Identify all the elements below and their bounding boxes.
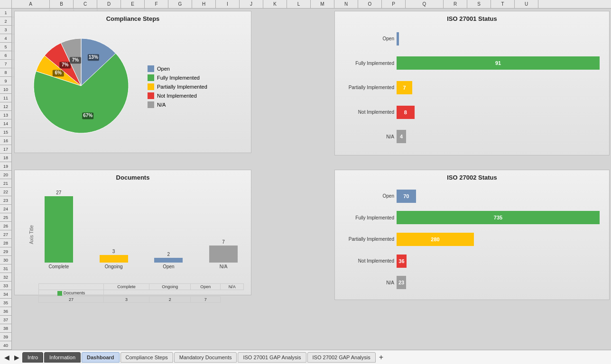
hbar-row-partially-implemented: Partially Implemented280 [397,233,600,246]
legend-color-box [148,65,154,72]
vbar-bar [45,196,73,263]
vbar-value: 7 [222,239,225,245]
col-header-S: S [467,0,491,8]
bar-chart-container: Axis Title 27Complete3Ongoing2Open7N/A C… [15,183,251,291]
row-num-27: 27 [0,230,11,239]
vbar-x-label: Open [163,264,174,269]
doc-legend-value-open: 2 [149,296,191,302]
hbar-bar: 7 [397,81,412,94]
col-header-N: N [334,0,358,8]
row-num-35: 35 [0,299,11,307]
hbar-value: 8 [404,109,407,115]
row-num-3: 3 [0,26,11,34]
row-num-16: 16 [0,136,11,145]
hbar-value: 91 [495,60,501,66]
hbar-bar: 36 [397,255,407,268]
row-num-10: 10 [0,85,11,94]
row-num-25: 25 [0,213,11,222]
row-num-18: 18 [0,154,11,162]
col-header-C: C [74,0,97,8]
charts-area: Compliance Steps 13%67%6%7%7% OpenFully … [12,9,611,350]
row-num-34: 34 [0,290,11,299]
hbar-label: Fully Implemented [335,61,394,66]
hbar-bar: 70 [397,190,416,203]
column-headers: ABCDEFGHIJKLMNOPQRSTU [0,0,611,9]
vbar-bar [100,255,128,263]
col-header-M: M [311,0,334,8]
vbar-value: 2 [167,252,170,257]
tab-iso-27001-gap-analysis[interactable]: ISO 27001 GAP Analysis [238,352,306,363]
pie-label-7: 7% [62,62,69,67]
col-header-U: U [515,0,538,8]
hbar-row-n/a: N/A4 [397,130,600,143]
col-header-G: G [168,0,192,8]
hbar-row-fully-implemented: Fully Implemented735 [397,211,600,224]
axis-title-y: Axis Title [29,225,34,244]
hbar-bar: 280 [397,233,474,246]
legend-color-box [148,74,154,81]
col-header-I: I [216,0,240,8]
doc-legend-table: CompleteOngoingOpenN/ADocuments27327 [38,283,244,303]
hbar-value: 4 [400,134,403,139]
vbar-group-ongoing: 3Ongoing [93,249,134,269]
add-tab-btn[interactable]: + [377,352,386,363]
legend-item-partially-implemented: Partially Implemented [148,83,207,90]
hbar-bar: 91 [397,56,600,70]
col-header-J: J [240,0,263,8]
row-numbers: 1234567891011121314151617181920212223242… [0,9,12,350]
hbar-value: 70 [403,193,409,199]
documents-title: Documents [15,170,251,183]
tab-compliance-steps[interactable]: Compliance Steps [120,352,173,363]
col-header-H: H [192,0,216,8]
tab-information[interactable]: Information [44,352,81,363]
hbar-label: N/A [335,134,394,139]
doc-legend-header-open: Open [191,284,221,290]
row-num-4: 4 [0,34,11,43]
col-header-Q: Q [406,0,444,8]
tabs-bar: ◀ ▶ IntroInformationDashboardCompliance … [0,350,611,364]
pie-svg-wrap: 13%67%6%7%7% [24,29,138,145]
doc-legend-value-n/a: 7 [191,296,221,302]
pie-legend: OpenFully ImplementedPartially Implement… [148,65,207,108]
row-num-17: 17 [0,145,11,154]
grid-area: 1234567891011121314151617181920212223242… [0,9,611,350]
compliance-steps-title: Compliance Steps [15,11,251,24]
hbar-bar: 23 [397,276,406,289]
tab-intro[interactable]: Intro [22,352,43,363]
hbar-label: Fully Implemented [335,215,394,220]
hbar-value: 735 [494,215,502,220]
hbar-value: 23 [398,280,404,285]
legend-color-box [148,101,154,108]
hbar-value: 280 [431,237,439,242]
iso27002-title: ISO 27002 Status [335,170,609,183]
legend-item-not-implemented: Not Implemented [148,92,207,99]
col-header-T: T [491,0,515,8]
hbar-bar [397,32,399,46]
tab-dashboard[interactable]: Dashboard [82,352,119,363]
legend-item-fully-implemented: Fully Implemented [148,74,207,81]
row-num-31: 31 [0,264,11,273]
col-header-E: E [121,0,145,8]
row-num-37: 37 [0,316,11,324]
hbar-label: Partially Implemented [335,85,394,90]
nav-prev-btn[interactable]: ◀ [2,352,11,363]
row-num-1: 1 [0,9,11,17]
col-header-O: O [358,0,382,8]
doc-legend-header-ongoing: Ongoing [149,284,191,290]
hbar-bar: 8 [397,106,415,119]
tab-mandatory-documents[interactable]: Mandatory Documents [174,352,237,363]
row-num-11: 11 [0,94,11,102]
row-num-15: 15 [0,128,11,136]
row-num-12: 12 [0,102,11,111]
col-header-P: P [382,0,406,8]
documents-chart: Documents Axis Title 27Complete3Ongoing2… [14,170,251,295]
row-num-14: 14 [0,119,11,128]
doc-legend-header-n/a: N/A [221,284,244,290]
tab-iso-27002-gap-analysis[interactable]: ISO 27002 GAP Analysis [307,352,376,363]
row-num-5: 5 [0,43,11,51]
nav-next-btn[interactable]: ▶ [12,352,21,363]
doc-legend-color [57,291,62,296]
compliance-steps-chart: Compliance Steps 13%67%6%7%7% OpenFully … [14,11,251,153]
row-num-19: 19 [0,162,11,171]
hbar-label: Partially Implemented [335,237,394,242]
